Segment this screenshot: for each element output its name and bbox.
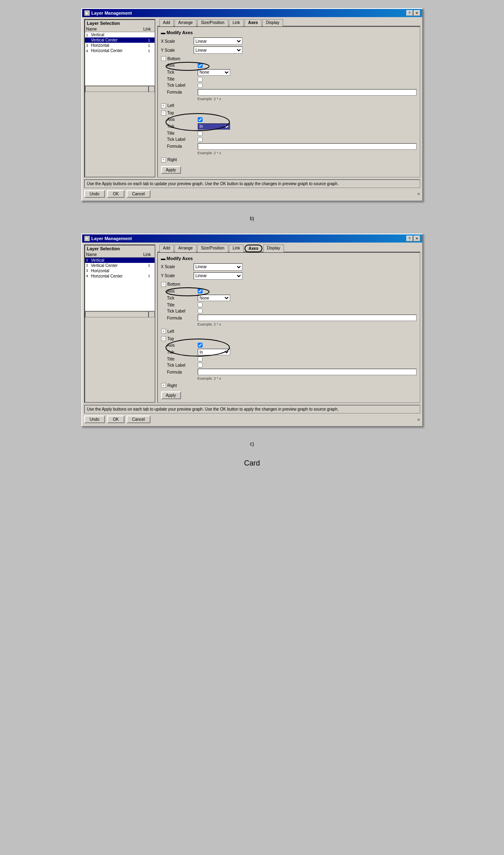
cancel-button-b[interactable]: Cancel [127,190,151,198]
top-example-c: Example: 2 * x [167,376,417,380]
col-name-header-b: Name [86,27,141,31]
bottom-tick-label-c: Tick [167,296,198,300]
top-expand-icon-c: − [161,336,166,341]
top-axis-checkbox-c[interactable] [198,343,203,348]
yscale-label-c: Y Scale [161,273,194,278]
bottom-ticklabel-checkbox-c[interactable] [198,308,203,313]
undo-button-b[interactable]: Undo [84,190,105,198]
layer-item-c-1[interactable]: 2 Vertical Center 1 [85,263,155,268]
top-ticklabel-checkbox-c[interactable] [198,363,203,367]
right-section-c[interactable]: + Right [161,383,417,388]
cancel-button-c[interactable]: Cancel [127,415,151,423]
layer-item-c-0[interactable]: 1 Vertical [85,258,155,263]
top-label-c: Top [168,337,174,341]
bottom-tick-select-b[interactable]: None [198,69,230,76]
top-tick-select-c[interactable]: In [198,349,230,355]
window-b: ■ Layer Management ? ✕ Layer Selection N… [81,8,423,201]
bottom-axis-checkbox-c[interactable] [198,289,203,293]
modify-axes-title-c: ▬ Modify Axes [161,256,417,261]
top-ticklabel-checkbox-b[interactable] [198,137,203,142]
close-button-b[interactable]: ✕ [414,10,420,16]
bottom-section-b[interactable]: − Bottom [161,56,417,61]
close-button-c[interactable]: ✕ [414,236,420,241]
layer-item-b-1[interactable]: Vertical Center 1 [85,37,155,43]
top-formula-label-b: Formula [167,144,198,149]
title-bar-b: ■ Layer Management ? ✕ [82,9,422,17]
tab-add-c[interactable]: Add [159,245,174,252]
top-formula-input-c[interactable] [198,369,417,375]
top-ticklabel-label-c: Tick Label [167,363,198,367]
top-title-label-c: Title [167,357,198,361]
layer-item-b-0[interactable]: 1 Vertical [85,32,155,37]
bottom-section-c[interactable]: − Bottom [161,282,417,287]
bottom-axis-label-b: Axis [167,63,198,68]
tab-display-b[interactable]: Display [262,19,283,26]
bottom-ticklabel-label-b: Tick Label [167,83,198,87]
right-expand-icon-c: + [161,383,166,388]
tab-axes-c[interactable]: Axes [244,245,262,252]
tab-add-b[interactable]: Add [159,19,174,26]
tab-sizeposition-c[interactable]: Size/Position [197,245,228,252]
bottom-title-checkbox-c[interactable] [198,302,203,307]
ok-button-b[interactable]: OK [107,190,124,198]
top-section-c[interactable]: − Top [161,336,417,341]
xscale-select-b[interactable]: Linear [194,37,242,45]
bottom-tick-label-b: Tick [167,70,198,74]
apply-button-c[interactable]: Apply [161,391,181,399]
bottom-ticklabel-label-c: Tick Label [167,309,198,313]
left-label-b: Left [168,103,175,108]
top-section-b[interactable]: − Top [161,111,417,116]
right-label-b: Right [168,157,177,162]
top-title-label-b: Title [167,131,198,136]
bottom-example-b: Example: 2 * x [167,97,417,101]
yscale-select-c[interactable]: Linear [194,272,242,280]
top-title-checkbox-b[interactable] [198,131,203,136]
layer-item-b-2[interactable]: 3 Horizontal 1 [85,43,155,48]
double-arrow-b: » [417,191,420,197]
right-section-b[interactable]: + Right [161,157,417,162]
top-formula-input-b[interactable] [198,143,417,150]
bottom-expand-icon-b: − [161,56,166,61]
tabs-c: Add Arrange Size/Position Link Axes Disp… [157,245,420,252]
left-expand-icon-b: + [161,103,166,108]
figure-label-c: c) [250,441,254,447]
tab-arrange-b[interactable]: Arrange [175,19,196,26]
tab-link-c[interactable]: Link [229,245,244,252]
card-label: Card [244,459,260,468]
bottom-axis-checkbox-b[interactable] [198,63,203,68]
tab-arrange-c[interactable]: Arrange [175,245,196,252]
left-section-b[interactable]: + Left [161,103,417,108]
left-section-c[interactable]: + Left [161,329,417,334]
layer-panel-title-b: Layer Selection [85,20,155,26]
top-title-checkbox-c[interactable] [198,356,203,361]
bottom-title-checkbox-b[interactable] [198,77,203,82]
status-bar-b: Use the Apply buttons on each tab to upd… [84,179,420,188]
bottom-tick-select-c[interactable]: None [198,295,230,301]
right-label-c: Right [168,383,177,388]
tab-display-c[interactable]: Display [263,245,284,252]
undo-button-c[interactable]: Undo [84,415,105,423]
xscale-label-b: X Scale [161,39,194,44]
xscale-select-c[interactable]: Linear [194,263,242,271]
double-arrow-c: » [417,417,420,422]
left-label-c: Left [168,329,175,334]
help-button-c[interactable]: ? [406,236,413,241]
figure-label-b: b) [250,216,254,221]
top-axis-checkbox-b[interactable] [198,117,203,122]
title-bar-c: ■ Layer Management ? ✕ [82,234,422,243]
tab-sizeposition-b[interactable]: Size/Position [197,19,228,26]
layer-item-c-3[interactable]: 4 Horizontal Center 1 [85,273,155,279]
layer-item-c-2[interactable]: 3 Horizontal [85,268,155,273]
apply-button-b[interactable]: Apply [161,166,181,174]
bottom-ticklabel-checkbox-b[interactable] [198,83,203,88]
layer-item-b-3[interactable]: 4 Horizontal Center 1 [85,48,155,53]
bottom-formula-input-c[interactable] [198,315,417,321]
tab-link-b[interactable]: Link [229,19,244,26]
top-tick-select-b[interactable]: In [198,123,230,130]
bottom-formula-input-b[interactable] [198,89,417,96]
help-button-b[interactable]: ? [406,10,413,16]
tab-axes-b[interactable]: Axes [244,19,262,26]
ok-button-c[interactable]: OK [107,415,124,423]
top-ticklabel-label-b: Tick Label [167,137,198,142]
yscale-select-b[interactable]: Linear [194,46,242,54]
